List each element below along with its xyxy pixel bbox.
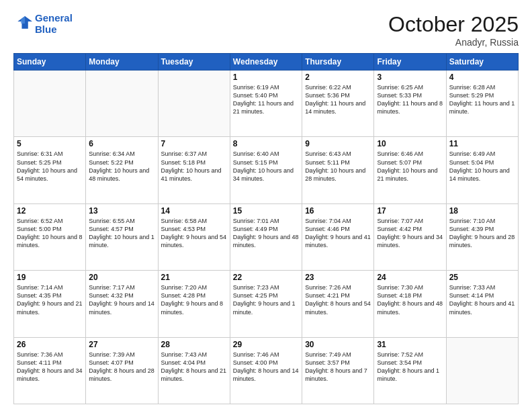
day-info: Sunrise: 6:19 AM Sunset: 5:40 PM Dayligh…	[233, 83, 299, 116]
day-info: Sunrise: 7:46 AM Sunset: 4:00 PM Dayligh…	[233, 351, 299, 383]
day-info: Sunrise: 7:33 AM Sunset: 4:14 PM Dayligh…	[449, 283, 515, 316]
day-info: Sunrise: 6:22 AM Sunset: 5:36 PM Dayligh…	[305, 83, 371, 116]
calendar-cell: 16Sunrise: 7:04 AM Sunset: 4:46 PM Dayli…	[302, 203, 374, 270]
page: General Blue October 2025 Anadyr, Russia…	[0, 0, 532, 411]
day-number: 21	[161, 273, 227, 282]
calendar-cell: 2Sunrise: 6:22 AM Sunset: 5:36 PM Daylig…	[302, 71, 374, 137]
weekday-header-monday: Monday	[86, 54, 158, 71]
calendar-cell: 11Sunrise: 6:49 AM Sunset: 5:04 PM Dayli…	[446, 137, 518, 203]
day-number: 8	[233, 139, 299, 148]
calendar-cell: 7Sunrise: 6:37 AM Sunset: 5:18 PM Daylig…	[158, 137, 230, 203]
day-number: 11	[449, 139, 515, 148]
calendar-cell: 6Sunrise: 6:34 AM Sunset: 5:22 PM Daylig…	[86, 137, 158, 203]
day-number: 30	[305, 340, 371, 349]
day-number: 24	[377, 273, 443, 282]
logo: General Blue	[13, 12, 73, 35]
day-number: 1	[233, 73, 299, 82]
weekday-header-wednesday: Wednesday	[230, 54, 302, 71]
day-number: 29	[233, 340, 299, 349]
calendar-table: SundayMondayTuesdayWednesdayThursdayFrid…	[13, 53, 519, 404]
weekday-header-tuesday: Tuesday	[158, 54, 230, 71]
day-info: Sunrise: 6:25 AM Sunset: 5:33 PM Dayligh…	[377, 83, 443, 116]
header: General Blue October 2025 Anadyr, Russia	[13, 12, 519, 48]
weekday-header-friday: Friday	[374, 54, 446, 71]
calendar-cell: 18Sunrise: 7:10 AM Sunset: 4:39 PM Dayli…	[446, 203, 518, 270]
calendar-cell	[86, 71, 158, 137]
calendar-cell: 28Sunrise: 7:43 AM Sunset: 4:04 PM Dayli…	[158, 337, 230, 404]
day-info: Sunrise: 6:37 AM Sunset: 5:18 PM Dayligh…	[161, 150, 227, 183]
day-number: 4	[449, 73, 515, 82]
logo-icon	[13, 14, 32, 33]
day-info: Sunrise: 7:39 AM Sunset: 4:07 PM Dayligh…	[89, 351, 154, 383]
day-info: Sunrise: 7:17 AM Sunset: 4:32 PM Dayligh…	[89, 283, 154, 316]
day-number: 22	[233, 273, 299, 282]
day-number: 3	[377, 73, 443, 82]
calendar-cell: 13Sunrise: 6:55 AM Sunset: 4:57 PM Dayli…	[86, 203, 158, 270]
title-block: October 2025 Anadyr, Russia	[388, 12, 519, 48]
day-info: Sunrise: 6:46 AM Sunset: 5:07 PM Dayligh…	[377, 150, 443, 183]
calendar-cell: 4Sunrise: 6:28 AM Sunset: 5:29 PM Daylig…	[446, 71, 518, 137]
day-info: Sunrise: 7:20 AM Sunset: 4:28 PM Dayligh…	[161, 283, 227, 316]
day-number: 2	[305, 73, 371, 82]
calendar-cell: 17Sunrise: 7:07 AM Sunset: 4:42 PM Dayli…	[374, 203, 446, 270]
logo-text: General Blue	[35, 12, 73, 35]
day-number: 12	[17, 206, 83, 216]
weekday-header-saturday: Saturday	[446, 54, 518, 71]
day-number: 28	[161, 340, 227, 349]
calendar-header-row: SundayMondayTuesdayWednesdayThursdayFrid…	[14, 54, 519, 71]
day-number: 20	[89, 273, 154, 282]
day-number: 16	[305, 206, 371, 216]
day-info: Sunrise: 7:10 AM Sunset: 4:39 PM Dayligh…	[449, 217, 515, 250]
day-number: 7	[161, 139, 227, 148]
day-info: Sunrise: 7:04 AM Sunset: 4:46 PM Dayligh…	[305, 217, 371, 250]
day-info: Sunrise: 6:52 AM Sunset: 5:00 PM Dayligh…	[17, 217, 83, 250]
calendar-cell: 5Sunrise: 6:31 AM Sunset: 5:25 PM Daylig…	[14, 137, 86, 203]
day-number: 6	[89, 139, 154, 148]
calendar-cell: 12Sunrise: 6:52 AM Sunset: 5:00 PM Dayli…	[14, 203, 86, 270]
day-number: 5	[17, 139, 83, 148]
svg-marker-1	[21, 16, 25, 24]
location: Anadyr, Russia	[388, 37, 519, 48]
calendar-cell: 9Sunrise: 6:43 AM Sunset: 5:11 PM Daylig…	[302, 137, 374, 203]
weekday-header-sunday: Sunday	[14, 54, 86, 71]
day-number: 31	[377, 340, 443, 349]
calendar-week-3: 12Sunrise: 6:52 AM Sunset: 5:00 PM Dayli…	[14, 203, 519, 270]
calendar-cell: 23Sunrise: 7:26 AM Sunset: 4:21 PM Dayli…	[302, 271, 374, 337]
calendar-cell: 22Sunrise: 7:23 AM Sunset: 4:25 PM Dayli…	[230, 271, 302, 337]
calendar-cell: 21Sunrise: 7:20 AM Sunset: 4:28 PM Dayli…	[158, 271, 230, 337]
calendar-cell	[446, 337, 518, 404]
weekday-header-thursday: Thursday	[302, 54, 374, 71]
day-info: Sunrise: 7:30 AM Sunset: 4:18 PM Dayligh…	[377, 283, 443, 316]
day-info: Sunrise: 7:14 AM Sunset: 4:35 PM Dayligh…	[17, 283, 83, 316]
calendar-cell: 15Sunrise: 7:01 AM Sunset: 4:49 PM Dayli…	[230, 203, 302, 270]
day-info: Sunrise: 7:23 AM Sunset: 4:25 PM Dayligh…	[233, 283, 299, 316]
calendar-week-2: 5Sunrise: 6:31 AM Sunset: 5:25 PM Daylig…	[14, 137, 519, 203]
day-number: 18	[449, 206, 515, 216]
day-info: Sunrise: 7:43 AM Sunset: 4:04 PM Dayligh…	[161, 351, 227, 383]
calendar-cell: 14Sunrise: 6:58 AM Sunset: 4:53 PM Dayli…	[158, 203, 230, 270]
day-number: 10	[377, 139, 443, 148]
day-info: Sunrise: 6:43 AM Sunset: 5:11 PM Dayligh…	[305, 150, 371, 183]
calendar-cell	[158, 71, 230, 137]
calendar-cell: 31Sunrise: 7:52 AM Sunset: 3:54 PM Dayli…	[374, 337, 446, 404]
day-info: Sunrise: 6:58 AM Sunset: 4:53 PM Dayligh…	[161, 217, 227, 250]
day-number: 27	[89, 340, 154, 349]
day-info: Sunrise: 6:55 AM Sunset: 4:57 PM Dayligh…	[89, 217, 154, 250]
day-info: Sunrise: 7:07 AM Sunset: 4:42 PM Dayligh…	[377, 217, 443, 250]
day-info: Sunrise: 6:28 AM Sunset: 5:29 PM Dayligh…	[449, 83, 515, 116]
calendar-cell: 3Sunrise: 6:25 AM Sunset: 5:33 PM Daylig…	[374, 71, 446, 137]
calendar-cell	[14, 71, 86, 137]
calendar-cell: 1Sunrise: 6:19 AM Sunset: 5:40 PM Daylig…	[230, 71, 302, 137]
day-info: Sunrise: 6:34 AM Sunset: 5:22 PM Dayligh…	[89, 150, 154, 183]
day-info: Sunrise: 6:49 AM Sunset: 5:04 PM Dayligh…	[449, 150, 515, 183]
day-number: 9	[305, 139, 371, 148]
day-info: Sunrise: 6:31 AM Sunset: 5:25 PM Dayligh…	[17, 150, 83, 183]
calendar-cell: 29Sunrise: 7:46 AM Sunset: 4:00 PM Dayli…	[230, 337, 302, 404]
day-number: 23	[305, 273, 371, 282]
day-info: Sunrise: 7:52 AM Sunset: 3:54 PM Dayligh…	[377, 351, 443, 383]
month-title: October 2025	[388, 12, 519, 37]
calendar-cell: 30Sunrise: 7:49 AM Sunset: 3:57 PM Dayli…	[302, 337, 374, 404]
day-info: Sunrise: 7:26 AM Sunset: 4:21 PM Dayligh…	[305, 283, 371, 316]
day-info: Sunrise: 7:49 AM Sunset: 3:57 PM Dayligh…	[305, 351, 371, 383]
day-number: 13	[89, 206, 154, 216]
